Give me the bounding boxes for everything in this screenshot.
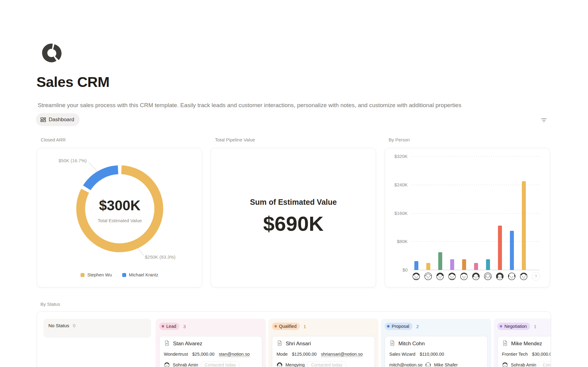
bar — [486, 259, 490, 270]
gridline — [412, 156, 539, 157]
deal-card-mitch-cohn[interactable]: Mitch CohnSales Wizard$110,000.00mitch@n… — [385, 336, 488, 367]
board-column-proposal: Proposal2 Mitch CohnSales Wizard$110,000… — [381, 319, 491, 367]
legend-swatch — [122, 273, 126, 277]
donut-center-caption: Total Estimated Value — [74, 218, 166, 223]
person-avatar-icon — [507, 272, 516, 282]
column-count: 3 — [183, 324, 186, 329]
deal-field: $30,000.00 — [532, 352, 551, 357]
person-avatar-icon — [436, 272, 444, 282]
person-avatar-icon — [460, 272, 468, 282]
gridline — [412, 241, 539, 242]
deal-title: Stan Alvarez — [173, 341, 202, 347]
donut-callout-large: $250K (83.3%) — [145, 254, 175, 260]
status-board: No Status 0 Lead3 Stan AlvarezWondertrus… — [37, 311, 551, 367]
deal-title-row: Mike Mendez — [502, 340, 551, 348]
person-name: Mengying — [285, 362, 305, 367]
donut-chart — [37, 148, 202, 287]
pipeline-kpi-title: Sum of Estimated Value — [211, 198, 376, 207]
deal-person-row: MengyingContacted today — [277, 361, 370, 367]
person-avatar-icon — [277, 362, 283, 367]
column-count: 1 — [534, 324, 536, 329]
dashboard-grid-icon — [40, 117, 46, 123]
contacted-status-field[interactable]: Contacted today — [201, 361, 239, 367]
status-dot — [162, 325, 164, 328]
bar — [510, 231, 514, 270]
status-pill-proposal[interactable]: Proposal — [385, 323, 413, 330]
bar — [414, 261, 418, 270]
deal-person-row: Sohrab AminContacted today — [502, 361, 551, 367]
deal-field: Wondertrust — [164, 352, 188, 357]
bar — [498, 226, 502, 270]
status-pill-qualified[interactable]: Qualified — [272, 323, 300, 330]
column-count: 1 — [303, 324, 306, 329]
status-pill-negotiation[interactable]: Negotiation — [497, 323, 530, 330]
document-icon — [277, 340, 283, 347]
page-logo-donut-icon — [40, 41, 63, 65]
deal-title: Mitch Cohn — [398, 341, 425, 347]
gridline — [412, 213, 539, 214]
deal-field: Mode — [277, 352, 288, 357]
board-column-negotiation: Negotiation1 Mike MendezFrontier Tech$30… — [494, 319, 551, 367]
bar — [438, 252, 442, 270]
closed-arr-label: Closed ARR — [41, 137, 66, 142]
deal-fields-row: Sales Wizard$110,000.00 — [389, 351, 483, 357]
document-icon — [502, 340, 508, 347]
bar — [522, 181, 526, 270]
board-column-no-status[interactable]: No Status 0 — [43, 319, 151, 338]
deal-person-row: Sohrab AminContacted today — [164, 361, 258, 367]
status-name: Lead — [166, 324, 176, 329]
board-column-qualified: Qualified1 Shri AnsariMode$125,000.00shr… — [268, 319, 379, 367]
pipeline-label: Total Pipeline Value — [215, 137, 255, 142]
person-name: Sohrab Amin — [511, 362, 536, 367]
status-pill-lead[interactable]: Lead — [159, 323, 179, 330]
y-axis-tick: $320K — [385, 154, 408, 159]
no-status-count: 0 — [73, 323, 75, 328]
person-name: Sohrab Amin — [173, 362, 198, 367]
legend-item: Stephen Wu — [81, 272, 112, 277]
document-icon — [164, 340, 170, 347]
pipeline-card: Sum of Estimated Value $690K — [211, 148, 376, 287]
contacted-status-field[interactable]: Contacted today — [539, 361, 551, 367]
tab-dashboard[interactable]: Dashboard — [36, 113, 80, 126]
bar — [474, 263, 478, 270]
board-column-header: Proposal2 — [385, 323, 488, 330]
person-avatar-icon — [425, 362, 431, 367]
pipeline-kpi-value: $690K — [211, 209, 376, 238]
deal-field: $125,000.00 — [292, 352, 317, 357]
status-dot — [274, 325, 277, 328]
deal-email-link[interactable]: stan@notion.so — [219, 352, 250, 357]
deal-email-link[interactable]: shriansari@notion.so — [321, 352, 363, 357]
donut-center-value: $300K — [74, 197, 166, 214]
by-person-card: $320K$240K$160K$80K$0? — [385, 148, 550, 287]
donut-legend: Stephen WuMichael Krantz — [37, 272, 202, 277]
bar — [450, 259, 454, 270]
y-axis-tick: $160K — [385, 211, 408, 216]
deal-card-stan-alvarez[interactable]: Stan AlvarezWondertrust$25,000.00stan@no… — [159, 336, 262, 367]
legend-swatch — [81, 273, 85, 277]
board-column-header: Qualified1 — [272, 323, 375, 330]
deal-email-link[interactable]: mitch@notion.so — [389, 362, 422, 367]
deal-title: Shri Ansari — [286, 341, 311, 347]
legend-name: Michael Krantz — [129, 272, 158, 277]
tab-dashboard-label: Dashboard — [49, 117, 74, 123]
page-title: Sales CRM — [36, 73, 109, 90]
contacted-status-field[interactable]: Contacted today — [307, 361, 346, 367]
person-avatar-icon — [424, 272, 432, 282]
person-avatar-icon — [502, 362, 508, 367]
deal-title-row: Shri Ansari — [277, 340, 370, 348]
by-person-label: By Person — [389, 137, 410, 142]
deal-title: Mike Mendez — [511, 341, 542, 347]
deal-title-row: Stan Alvarez — [164, 340, 258, 348]
by-status-label: By Status — [40, 301, 60, 307]
legend-item: Michael Krantz — [122, 272, 158, 277]
y-axis-tick: $0 — [385, 267, 408, 272]
status-dot — [387, 325, 390, 328]
deal-fields-row: Wondertrust$25,000.00stan@notion.so — [164, 351, 258, 357]
deal-field: $25,000.00 — [192, 352, 215, 357]
deal-card-mike-mendez[interactable]: Mike MendezFrontier Tech$30,000.00Sohrab… — [497, 336, 551, 367]
board-column-header: Negotiation1 — [497, 323, 551, 330]
legend-name: Stephen Wu — [87, 272, 112, 277]
filter-icon[interactable] — [540, 117, 548, 124]
deal-card-shri-ansari[interactable]: Shri AnsariMode$125,000.00shriansari@not… — [272, 336, 375, 367]
deal-fields-row: Mode$125,000.00shriansari@notion.so — [277, 351, 370, 357]
